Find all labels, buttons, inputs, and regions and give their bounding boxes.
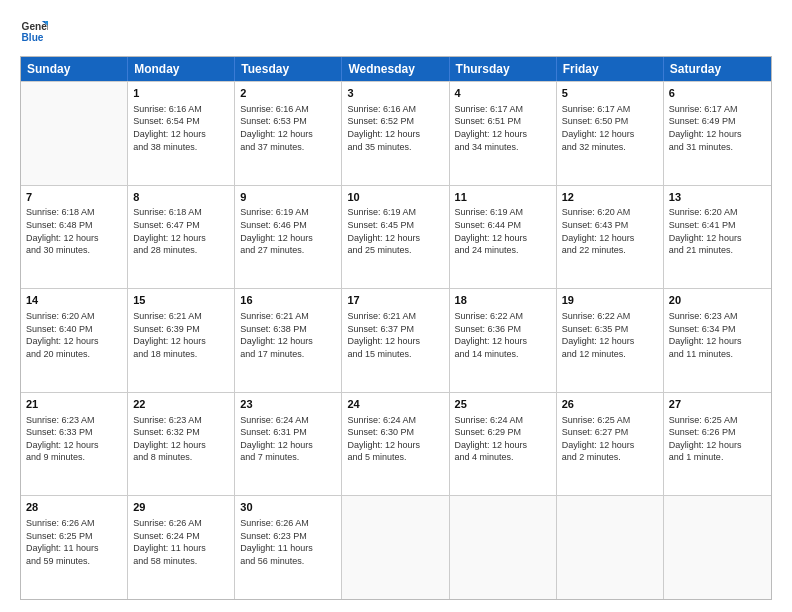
calendar-day-empty bbox=[21, 82, 128, 185]
calendar-day-20: 20Sunrise: 6:23 AM Sunset: 6:34 PM Dayli… bbox=[664, 289, 771, 392]
header-day-sunday: Sunday bbox=[21, 57, 128, 81]
day-number: 1 bbox=[133, 86, 229, 101]
calendar-day-16: 16Sunrise: 6:21 AM Sunset: 6:38 PM Dayli… bbox=[235, 289, 342, 392]
day-info: Sunrise: 6:25 AM Sunset: 6:27 PM Dayligh… bbox=[562, 414, 658, 464]
calendar-day-8: 8Sunrise: 6:18 AM Sunset: 6:47 PM Daylig… bbox=[128, 186, 235, 289]
header-day-wednesday: Wednesday bbox=[342, 57, 449, 81]
day-number: 2 bbox=[240, 86, 336, 101]
day-number: 6 bbox=[669, 86, 766, 101]
day-info: Sunrise: 6:17 AM Sunset: 6:50 PM Dayligh… bbox=[562, 103, 658, 153]
calendar-week-3: 14Sunrise: 6:20 AM Sunset: 6:40 PM Dayli… bbox=[21, 288, 771, 392]
day-info: Sunrise: 6:26 AM Sunset: 6:25 PM Dayligh… bbox=[26, 517, 122, 567]
page: General Blue SundayMondayTuesdayWednesda… bbox=[0, 0, 792, 612]
header-day-saturday: Saturday bbox=[664, 57, 771, 81]
day-info: Sunrise: 6:19 AM Sunset: 6:44 PM Dayligh… bbox=[455, 206, 551, 256]
day-number: 25 bbox=[455, 397, 551, 412]
calendar-day-13: 13Sunrise: 6:20 AM Sunset: 6:41 PM Dayli… bbox=[664, 186, 771, 289]
logo: General Blue bbox=[20, 18, 48, 46]
day-number: 13 bbox=[669, 190, 766, 205]
calendar-day-26: 26Sunrise: 6:25 AM Sunset: 6:27 PM Dayli… bbox=[557, 393, 664, 496]
calendar-day-12: 12Sunrise: 6:20 AM Sunset: 6:43 PM Dayli… bbox=[557, 186, 664, 289]
calendar-day-6: 6Sunrise: 6:17 AM Sunset: 6:49 PM Daylig… bbox=[664, 82, 771, 185]
calendar-day-29: 29Sunrise: 6:26 AM Sunset: 6:24 PM Dayli… bbox=[128, 496, 235, 599]
calendar-day-18: 18Sunrise: 6:22 AM Sunset: 6:36 PM Dayli… bbox=[450, 289, 557, 392]
day-info: Sunrise: 6:21 AM Sunset: 6:38 PM Dayligh… bbox=[240, 310, 336, 360]
day-number: 5 bbox=[562, 86, 658, 101]
day-number: 30 bbox=[240, 500, 336, 515]
calendar-day-5: 5Sunrise: 6:17 AM Sunset: 6:50 PM Daylig… bbox=[557, 82, 664, 185]
day-number: 10 bbox=[347, 190, 443, 205]
calendar-day-empty bbox=[450, 496, 557, 599]
calendar-day-4: 4Sunrise: 6:17 AM Sunset: 6:51 PM Daylig… bbox=[450, 82, 557, 185]
day-info: Sunrise: 6:17 AM Sunset: 6:49 PM Dayligh… bbox=[669, 103, 766, 153]
calendar-day-3: 3Sunrise: 6:16 AM Sunset: 6:52 PM Daylig… bbox=[342, 82, 449, 185]
header-day-friday: Friday bbox=[557, 57, 664, 81]
day-number: 22 bbox=[133, 397, 229, 412]
header-day-tuesday: Tuesday bbox=[235, 57, 342, 81]
header-day-thursday: Thursday bbox=[450, 57, 557, 81]
calendar-day-30: 30Sunrise: 6:26 AM Sunset: 6:23 PM Dayli… bbox=[235, 496, 342, 599]
day-info: Sunrise: 6:25 AM Sunset: 6:26 PM Dayligh… bbox=[669, 414, 766, 464]
day-number: 3 bbox=[347, 86, 443, 101]
day-number: 20 bbox=[669, 293, 766, 308]
calendar-day-15: 15Sunrise: 6:21 AM Sunset: 6:39 PM Dayli… bbox=[128, 289, 235, 392]
day-number: 24 bbox=[347, 397, 443, 412]
day-info: Sunrise: 6:18 AM Sunset: 6:47 PM Dayligh… bbox=[133, 206, 229, 256]
day-number: 23 bbox=[240, 397, 336, 412]
day-info: Sunrise: 6:22 AM Sunset: 6:35 PM Dayligh… bbox=[562, 310, 658, 360]
calendar-day-empty bbox=[557, 496, 664, 599]
header-day-monday: Monday bbox=[128, 57, 235, 81]
calendar-day-11: 11Sunrise: 6:19 AM Sunset: 6:44 PM Dayli… bbox=[450, 186, 557, 289]
day-info: Sunrise: 6:20 AM Sunset: 6:43 PM Dayligh… bbox=[562, 206, 658, 256]
day-info: Sunrise: 6:17 AM Sunset: 6:51 PM Dayligh… bbox=[455, 103, 551, 153]
calendar-day-21: 21Sunrise: 6:23 AM Sunset: 6:33 PM Dayli… bbox=[21, 393, 128, 496]
calendar-day-28: 28Sunrise: 6:26 AM Sunset: 6:25 PM Dayli… bbox=[21, 496, 128, 599]
day-info: Sunrise: 6:24 AM Sunset: 6:30 PM Dayligh… bbox=[347, 414, 443, 464]
calendar-day-14: 14Sunrise: 6:20 AM Sunset: 6:40 PM Dayli… bbox=[21, 289, 128, 392]
day-info: Sunrise: 6:19 AM Sunset: 6:46 PM Dayligh… bbox=[240, 206, 336, 256]
day-number: 12 bbox=[562, 190, 658, 205]
calendar-header-row: SundayMondayTuesdayWednesdayThursdayFrid… bbox=[21, 57, 771, 81]
day-info: Sunrise: 6:18 AM Sunset: 6:48 PM Dayligh… bbox=[26, 206, 122, 256]
calendar-day-25: 25Sunrise: 6:24 AM Sunset: 6:29 PM Dayli… bbox=[450, 393, 557, 496]
day-number: 8 bbox=[133, 190, 229, 205]
calendar-day-7: 7Sunrise: 6:18 AM Sunset: 6:48 PM Daylig… bbox=[21, 186, 128, 289]
calendar-day-27: 27Sunrise: 6:25 AM Sunset: 6:26 PM Dayli… bbox=[664, 393, 771, 496]
day-info: Sunrise: 6:20 AM Sunset: 6:40 PM Dayligh… bbox=[26, 310, 122, 360]
calendar-day-1: 1Sunrise: 6:16 AM Sunset: 6:54 PM Daylig… bbox=[128, 82, 235, 185]
day-number: 7 bbox=[26, 190, 122, 205]
day-info: Sunrise: 6:19 AM Sunset: 6:45 PM Dayligh… bbox=[347, 206, 443, 256]
calendar-day-empty bbox=[664, 496, 771, 599]
day-number: 19 bbox=[562, 293, 658, 308]
day-number: 29 bbox=[133, 500, 229, 515]
calendar-day-9: 9Sunrise: 6:19 AM Sunset: 6:46 PM Daylig… bbox=[235, 186, 342, 289]
calendar-day-empty bbox=[342, 496, 449, 599]
day-number: 18 bbox=[455, 293, 551, 308]
day-number: 15 bbox=[133, 293, 229, 308]
day-number: 9 bbox=[240, 190, 336, 205]
calendar-day-24: 24Sunrise: 6:24 AM Sunset: 6:30 PM Dayli… bbox=[342, 393, 449, 496]
day-info: Sunrise: 6:21 AM Sunset: 6:37 PM Dayligh… bbox=[347, 310, 443, 360]
day-number: 28 bbox=[26, 500, 122, 515]
calendar-week-5: 28Sunrise: 6:26 AM Sunset: 6:25 PM Dayli… bbox=[21, 495, 771, 599]
calendar-week-4: 21Sunrise: 6:23 AM Sunset: 6:33 PM Dayli… bbox=[21, 392, 771, 496]
calendar-day-19: 19Sunrise: 6:22 AM Sunset: 6:35 PM Dayli… bbox=[557, 289, 664, 392]
day-number: 14 bbox=[26, 293, 122, 308]
day-info: Sunrise: 6:23 AM Sunset: 6:33 PM Dayligh… bbox=[26, 414, 122, 464]
day-info: Sunrise: 6:16 AM Sunset: 6:53 PM Dayligh… bbox=[240, 103, 336, 153]
day-info: Sunrise: 6:20 AM Sunset: 6:41 PM Dayligh… bbox=[669, 206, 766, 256]
calendar-day-22: 22Sunrise: 6:23 AM Sunset: 6:32 PM Dayli… bbox=[128, 393, 235, 496]
day-number: 21 bbox=[26, 397, 122, 412]
calendar-week-2: 7Sunrise: 6:18 AM Sunset: 6:48 PM Daylig… bbox=[21, 185, 771, 289]
calendar-day-23: 23Sunrise: 6:24 AM Sunset: 6:31 PM Dayli… bbox=[235, 393, 342, 496]
day-info: Sunrise: 6:24 AM Sunset: 6:31 PM Dayligh… bbox=[240, 414, 336, 464]
day-number: 27 bbox=[669, 397, 766, 412]
calendar-day-2: 2Sunrise: 6:16 AM Sunset: 6:53 PM Daylig… bbox=[235, 82, 342, 185]
day-info: Sunrise: 6:21 AM Sunset: 6:39 PM Dayligh… bbox=[133, 310, 229, 360]
day-number: 26 bbox=[562, 397, 658, 412]
calendar-day-17: 17Sunrise: 6:21 AM Sunset: 6:37 PM Dayli… bbox=[342, 289, 449, 392]
day-number: 17 bbox=[347, 293, 443, 308]
calendar: SundayMondayTuesdayWednesdayThursdayFrid… bbox=[20, 56, 772, 600]
day-number: 4 bbox=[455, 86, 551, 101]
day-info: Sunrise: 6:24 AM Sunset: 6:29 PM Dayligh… bbox=[455, 414, 551, 464]
